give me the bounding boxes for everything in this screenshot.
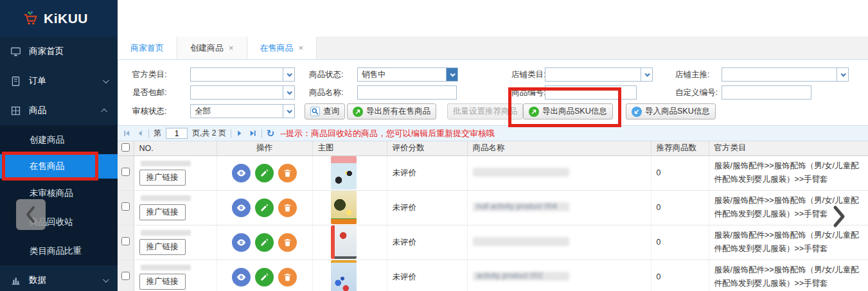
product-name-input[interactable] (357, 85, 457, 100)
official-category-label: 官方类目: (132, 67, 166, 82)
col-header-actions: 操作 (217, 141, 312, 155)
rating-cell: 未评价 (387, 190, 467, 225)
rating-cell: 未评价 (387, 155, 467, 190)
product-status-label: 商品状态: (309, 67, 343, 82)
scroll-right-button[interactable] (832, 204, 846, 231)
col-header-rating: 评价分数 (387, 141, 467, 155)
prev-page-icon[interactable] (136, 129, 144, 137)
sidebar-item-label: 商品 (29, 105, 103, 116)
sidebar-collapse-button[interactable] (16, 199, 46, 230)
button-label: 导出所有在售商品 (366, 106, 430, 117)
sidebar-item-orders[interactable]: 订单 (0, 66, 118, 96)
chevron-down-icon (283, 86, 294, 99)
audit-status-label: 审核状态: (132, 104, 166, 118)
view-icon[interactable] (232, 164, 251, 182)
product-name-redacted: null activity product 004 (473, 202, 569, 211)
view-icon[interactable] (232, 268, 251, 287)
promo-link-button[interactable]: 推广链接 (139, 204, 186, 220)
audit-status-select[interactable]: 全部 (190, 104, 295, 118)
close-icon[interactable]: × (229, 43, 234, 53)
delete-icon[interactable] (278, 164, 297, 182)
sidebar-item-home[interactable]: 商家首页 (0, 37, 118, 66)
divider (148, 129, 149, 138)
sidebar-item-data[interactable]: 数据 (0, 265, 118, 291)
sidebar-item-create-product[interactable]: 创建商品 (0, 125, 118, 154)
promo-link-button[interactable]: 推广链接 (139, 170, 186, 186)
category-cell: 服装/服饰配件>>服饰配饰（男/女/儿童配件配饰发到婴儿服装）>>手臂套 (714, 263, 868, 290)
edit-icon[interactable] (255, 233, 274, 252)
col-header-category: 官方类目 (709, 141, 868, 155)
tab-label: 商家首页 (130, 42, 164, 54)
grid-icon (10, 105, 21, 116)
search-button[interactable]: 查询 (305, 103, 345, 119)
view-icon[interactable] (232, 198, 251, 217)
product-image[interactable] (331, 156, 357, 190)
free-shipping-select[interactable] (190, 85, 295, 100)
export-all-button[interactable]: 导出所有在售商品 (347, 103, 436, 119)
shopping-cart-icon (23, 11, 39, 26)
last-page-icon[interactable] (249, 129, 257, 137)
shop-category-select[interactable] (545, 67, 653, 82)
sidebar-item-products[interactable]: 商品 (0, 96, 118, 125)
logo-text: KiKUU (44, 11, 88, 26)
import-sku-button[interactable]: 导入商品SKU信息 (626, 103, 716, 119)
export-sku-button[interactable]: 导出商品SKU信息 (523, 103, 613, 119)
next-page-icon[interactable] (236, 129, 244, 137)
logo[interactable]: KiKUU (0, 0, 118, 37)
delete-icon[interactable] (278, 268, 297, 287)
product-no-input[interactable] (545, 85, 637, 100)
products-table: NO. 操作 主图 评价分数 商品名称 推荐商品数 官方类目 推广链接 (118, 141, 868, 291)
page-prefix: 第 (154, 128, 161, 139)
row-checkbox[interactable] (121, 202, 130, 211)
delete-icon[interactable] (278, 233, 297, 252)
product-image[interactable] (331, 260, 357, 291)
sidebar-item-label: 订单 (29, 75, 103, 87)
document-icon (10, 76, 21, 87)
chevron-down-icon (283, 68, 294, 81)
chevron-down-icon (103, 77, 109, 84)
sidebar-item-on-sale-products[interactable]: 在售商品 (0, 154, 118, 179)
category-cell: 服装/服饰配件>>服饰配饰（男/女/儿童配件配饰发到婴儿服装）>>手臂套 (714, 229, 868, 255)
edit-icon[interactable] (255, 268, 274, 287)
product-image[interactable] (331, 225, 357, 259)
pagination-bar: 第 页,共 2 页 ↻ --提示：商品回收站的商品，您可以编辑后重新提交审核哦 (118, 125, 868, 141)
official-category-select[interactable] (190, 67, 295, 82)
view-icon[interactable] (232, 233, 251, 252)
page-number-input[interactable] (166, 128, 188, 139)
chevron-down-icon (641, 68, 652, 81)
shop-featured-label: 店铺主推: (675, 67, 709, 82)
batch-recommend-button[interactable]: 批量设置推荐商品 (447, 103, 523, 119)
tab-create-product[interactable]: 创建商品 × (177, 37, 247, 59)
tab-on-sale-products[interactable]: 在售商品 × (247, 37, 317, 59)
promo-link-button[interactable]: 推广链接 (139, 274, 186, 290)
tab-label: 创建商品 (190, 42, 224, 54)
sidebar-item-category-weight[interactable]: 类目商品比重 (0, 236, 118, 265)
row-checkbox[interactable] (121, 272, 130, 280)
product-no-label: 商品编号: (511, 85, 545, 100)
promo-link-button[interactable]: 推广链接 (139, 239, 186, 255)
filter-panel: 官方类目: 商品状态: 销售中 店铺类目: 店铺主推: 是否包邮: (118, 60, 868, 125)
edit-icon[interactable] (255, 198, 274, 217)
custom-no-input[interactable] (722, 85, 811, 100)
row-checkbox[interactable] (121, 237, 130, 245)
page-suffix: 页,共 2 页 (192, 128, 226, 139)
import-icon (632, 107, 642, 117)
first-page-icon[interactable] (123, 129, 131, 137)
products-submenu: 创建商品 在售商品 未审核商品 商品回收站 类目商品比重 (0, 125, 118, 265)
button-label: 导出商品SKU信息 (542, 106, 607, 117)
recommend-count-cell: 0 (651, 260, 709, 291)
shop-featured-select[interactable] (722, 67, 849, 82)
tab-merchant-home[interactable]: 商家首页 (118, 37, 177, 59)
product-id-redacted (141, 230, 191, 236)
row-checkbox[interactable] (121, 168, 130, 176)
product-status-select[interactable]: 销售中 (357, 67, 458, 82)
close-icon[interactable]: × (299, 43, 304, 53)
tab-bar: 商家首页 创建商品 × 在售商品 × (118, 37, 868, 60)
product-image[interactable] (331, 191, 357, 224)
sidebar-item-label: 类目商品比重 (30, 245, 82, 257)
select-all-checkbox[interactable] (121, 143, 130, 152)
top-header (118, 0, 868, 37)
edit-icon[interactable] (255, 164, 274, 182)
refresh-icon[interactable]: ↻ (267, 128, 275, 138)
delete-icon[interactable] (278, 198, 297, 217)
